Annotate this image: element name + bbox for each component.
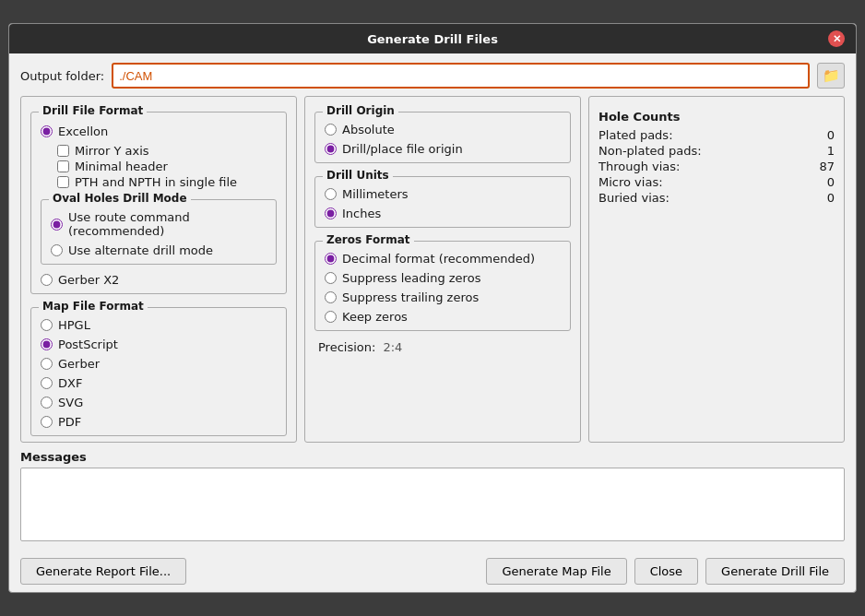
map-format-radio-group: HPGL PostScript Gerber DXF (41, 317, 277, 430)
oval-holes-title: Oval Holes Drill Mode (49, 192, 191, 205)
buried-vias-label: Buried vias: (598, 191, 669, 205)
radio-alternate-drill[interactable]: Use alternate drill mode (51, 243, 267, 258)
close-dialog-button[interactable]: Close (634, 558, 698, 585)
radio-suppress-trailing[interactable]: Suppress trailing zeros (325, 290, 561, 305)
drill-origin-panel: Drill Origin Absolute Drill/place file o… (314, 112, 571, 163)
messages-box[interactable] (20, 468, 845, 541)
precision-label: Precision: (318, 340, 375, 354)
radio-absolute-label: Absolute (342, 123, 395, 136)
radio-drill-place-origin[interactable]: Drill/place file origin (325, 141, 561, 157)
messages-section: Messages (20, 450, 845, 541)
checkbox-mirror-y-label: Mirror Y axis (75, 144, 149, 158)
radio-keep-zeros-label: Keep zeros (342, 310, 408, 324)
radio-gerber[interactable]: Gerber (41, 356, 277, 372)
buried-vias-value: 0 (816, 191, 835, 205)
non-plated-pads-label: Non-plated pads: (598, 144, 702, 158)
buried-vias-row: Buried vias: 0 (598, 190, 835, 206)
right-panel: Hole Counts Plated pads: 0 Non-plated pa… (588, 96, 845, 443)
output-folder-row: Output folder: 📁 (20, 63, 845, 89)
checkbox-minimal-header-label: Minimal header (75, 160, 168, 173)
output-folder-input[interactable] (112, 63, 810, 89)
radio-keep-zeros[interactable]: Keep zeros (325, 309, 561, 325)
radio-inches-label: Inches (342, 207, 381, 220)
radio-suppress-trailing-label: Suppress trailing zeros (342, 290, 479, 304)
map-file-format-title: Map File Format (39, 300, 148, 313)
map-file-format-panel: Map File Format HPGL PostScript Gerbe (30, 307, 287, 436)
radio-decimal-format-label: Decimal format (recommended) (342, 252, 535, 266)
generate-drill-button[interactable]: Generate Drill File (705, 558, 845, 585)
precision-row: Precision: 2:4 (314, 340, 571, 354)
oval-holes-panel: Oval Holes Drill Mode Use route command … (41, 199, 277, 265)
main-panels: Drill File Format Excellon Mirror Y axis (20, 96, 845, 443)
radio-drill-place-origin-label: Drill/place file origin (342, 142, 463, 156)
dialog-content: Output folder: 📁 Drill File Format Excel… (9, 53, 856, 551)
radio-suppress-leading[interactable]: Suppress leading zeros (325, 270, 561, 286)
middle-panel: Drill Origin Absolute Drill/place file o… (304, 96, 581, 443)
radio-hpgl[interactable]: HPGL (41, 317, 277, 333)
micro-vias-value: 0 (816, 175, 835, 189)
radio-excellon-label: Excellon (58, 124, 108, 138)
radio-absolute[interactable]: Absolute (325, 122, 561, 137)
zeros-format-panel: Zeros Format Decimal format (recommended… (314, 241, 571, 331)
excellon-options: Mirror Y axis Minimal header PTH and NPT… (57, 143, 277, 190)
plated-pads-label: Plated pads: (598, 128, 673, 142)
radio-inches[interactable]: Inches (325, 206, 561, 221)
radio-gerber-x2[interactable]: Gerber X2 (41, 272, 277, 288)
checkbox-minimal-header[interactable]: Minimal header (57, 159, 277, 174)
radio-suppress-leading-label: Suppress leading zeros (342, 271, 480, 285)
drill-origin-radio-group: Absolute Drill/place file origin (325, 122, 561, 157)
radio-dxf[interactable]: DXF (41, 375, 277, 391)
through-vias-label: Through vias: (598, 160, 680, 173)
radio-postscript[interactable]: PostScript (41, 337, 277, 352)
micro-vias-row: Micro vias: 0 (598, 174, 835, 190)
title-bar: Generate Drill Files ✕ (9, 24, 856, 53)
messages-label: Messages (20, 450, 845, 464)
close-button[interactable]: ✕ (828, 30, 845, 47)
checkbox-mirror-y[interactable]: Mirror Y axis (57, 143, 277, 159)
radio-postscript-label: PostScript (58, 338, 118, 351)
zeros-format-radio-group: Decimal format (recommended) Suppress le… (325, 251, 561, 325)
radio-decimal-format[interactable]: Decimal format (recommended) (325, 251, 561, 267)
hole-counts-title: Hole Counts (598, 110, 835, 124)
radio-alternate-drill-label: Use alternate drill mode (68, 243, 213, 257)
output-folder-label: Output folder: (20, 69, 104, 83)
radio-excellon[interactable]: Excellon (41, 124, 277, 139)
micro-vias-label: Micro vias: (598, 175, 663, 189)
dialog-title: Generate Drill Files (37, 32, 828, 46)
right-buttons: Generate Map File Close Generate Drill F… (486, 558, 845, 585)
bottom-buttons: Generate Report File... Generate Map Fil… (9, 551, 856, 592)
plated-pads-value: 0 (816, 128, 835, 142)
through-vias-row: Through vias: 87 (598, 159, 835, 174)
generate-map-button[interactable]: Generate Map File (486, 558, 626, 585)
drill-units-panel: Drill Units Millimeters Inches (314, 176, 571, 228)
checkbox-pth-npth[interactable]: PTH and NPTH in single file (57, 174, 277, 190)
radio-millimeters-label: Millimeters (342, 187, 409, 201)
drill-units-title: Drill Units (323, 169, 393, 182)
hole-counts-panel: Hole Counts Plated pads: 0 Non-plated pa… (598, 108, 835, 207)
radio-pdf-label: PDF (58, 415, 81, 429)
non-plated-pads-row: Non-plated pads: 1 (598, 143, 835, 159)
radio-svg-label: SVG (58, 396, 83, 409)
radio-gerber-label: Gerber (58, 357, 100, 371)
zeros-format-title: Zeros Format (323, 233, 414, 246)
radio-pdf[interactable]: PDF (41, 414, 277, 430)
radio-svg[interactable]: SVG (41, 395, 277, 410)
through-vias-value: 87 (816, 160, 835, 173)
drill-file-format-title: Drill File Format (39, 104, 147, 117)
radio-millimeters[interactable]: Millimeters (325, 186, 561, 202)
checkbox-pth-npth-label: PTH and NPTH in single file (75, 175, 237, 189)
plated-pads-row: Plated pads: 0 (598, 127, 835, 143)
dialog: Generate Drill Files ✕ Output folder: 📁 … (8, 23, 857, 593)
generate-report-button[interactable]: Generate Report File... (20, 558, 186, 585)
precision-value: 2:4 (383, 340, 402, 354)
drill-file-format-panel: Drill File Format Excellon Mirror Y axis (30, 112, 287, 294)
left-panel: Drill File Format Excellon Mirror Y axis (20, 96, 297, 443)
radio-use-route[interactable]: Use route command (recommended) (51, 209, 267, 239)
radio-dxf-label: DXF (58, 376, 82, 390)
radio-gerber-x2-label: Gerber X2 (58, 273, 119, 287)
radio-hpgl-label: HPGL (58, 318, 90, 332)
folder-icon: 📁 (823, 67, 840, 84)
drill-units-radio-group: Millimeters Inches (325, 186, 561, 221)
browse-folder-button[interactable]: 📁 (817, 63, 845, 89)
drill-format-radio-group: Excellon Mirror Y axis Minimal header (41, 124, 277, 288)
